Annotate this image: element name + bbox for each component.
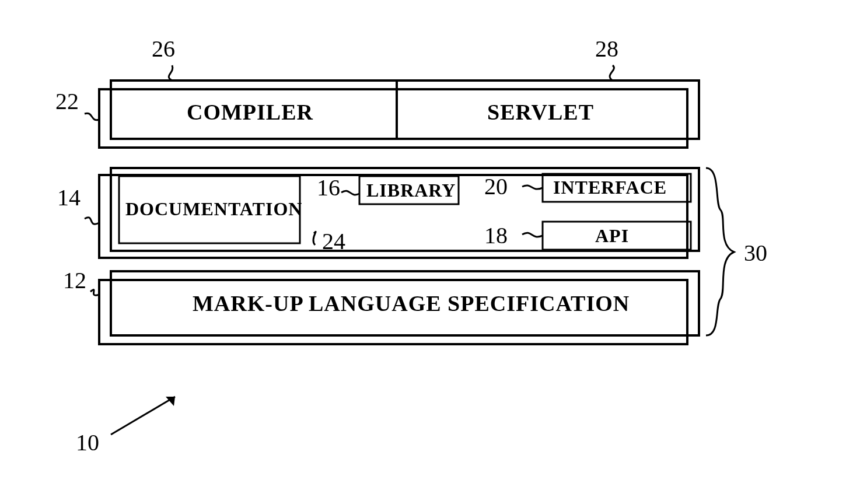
label-18: 18 xyxy=(484,222,508,249)
diagram-svg: .thick { stroke:#000; stroke-width:4; fi… xyxy=(0,0,853,504)
box-library: LIBRARY xyxy=(366,180,456,201)
label-14: 14 xyxy=(57,184,81,211)
box-interface: INTERFACE xyxy=(553,177,667,198)
box-servlet: SERVLET xyxy=(487,99,594,125)
label-30: 30 xyxy=(744,239,767,267)
box-markup: MARK-UP LANGUAGE SPECIFICATION xyxy=(193,290,630,316)
label-28: 28 xyxy=(595,35,618,62)
label-10: 10 xyxy=(76,429,99,456)
label-26: 26 xyxy=(152,35,175,62)
box-api: API xyxy=(595,225,629,247)
box-compiler: COMPILER xyxy=(187,99,313,125)
label-16: 16 xyxy=(317,174,340,201)
label-24: 24 xyxy=(322,228,345,255)
box-documentation: DOCUMENTATION xyxy=(125,198,302,220)
label-20: 20 xyxy=(484,173,508,200)
label-12: 12 xyxy=(63,267,86,294)
diagram-canvas: .thick { stroke:#000; stroke-width:4; fi… xyxy=(0,0,853,504)
label-22: 22 xyxy=(55,88,79,115)
svg-line-11 xyxy=(111,397,175,435)
